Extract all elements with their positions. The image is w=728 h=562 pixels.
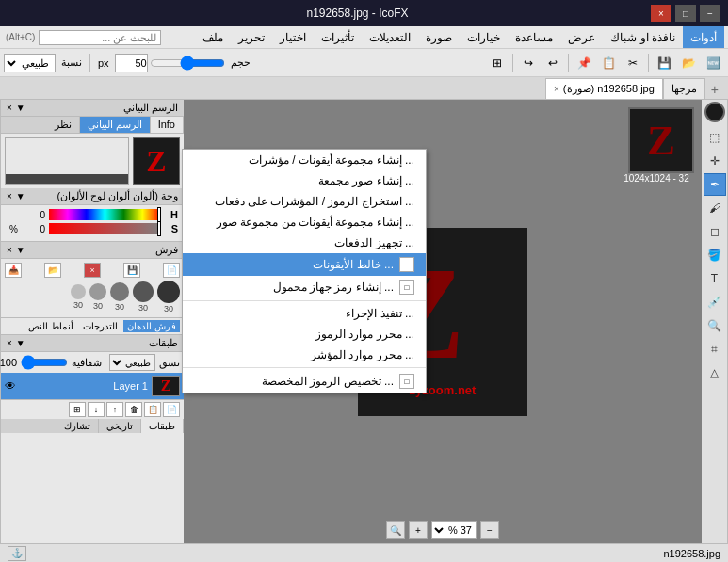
doc-tab-marja[interactable]: مرجها bbox=[663, 78, 705, 99]
brush-tool[interactable]: 🖌 bbox=[704, 197, 726, 219]
brush-item-4[interactable]: 30 bbox=[89, 283, 106, 311]
menu-adjustments[interactable]: التعديلات bbox=[362, 26, 418, 48]
layers-up-btn[interactable]: ↑ bbox=[106, 402, 123, 417]
dropdown-item-extract-batch[interactable]: ... استخراج الرموز / المؤشرات على دفعات bbox=[183, 191, 426, 212]
menu-options[interactable]: خيارات bbox=[460, 26, 508, 48]
zoom-out-button[interactable]: − bbox=[480, 521, 499, 539]
dropdown-item-mobile-icon[interactable]: □ ... إنشاء رمز جهاز محمول bbox=[183, 276, 426, 298]
color-panel-collapse[interactable]: ▼ bbox=[16, 191, 25, 201]
new-tab-button[interactable]: + bbox=[705, 80, 724, 99]
pen-tool[interactable]: ✒ bbox=[704, 173, 726, 196]
brush-folder-btn[interactable]: 📂 bbox=[44, 263, 61, 278]
maximize-button[interactable]: □ bbox=[675, 5, 696, 22]
brush-tab-text[interactable]: أنماط النص bbox=[24, 320, 77, 332]
menu-view[interactable]: عرض bbox=[560, 26, 603, 48]
size-slider[interactable] bbox=[150, 56, 225, 71]
brush-save-btn[interactable]: 💾 bbox=[123, 263, 140, 278]
sat-gradient[interactable] bbox=[49, 223, 161, 234]
brush-add-btn[interactable]: 📄 bbox=[163, 263, 180, 278]
zoom-select[interactable]: 37 % bbox=[431, 521, 477, 539]
undo-button[interactable]: ↩ bbox=[542, 52, 564, 74]
text-tool[interactable]: T bbox=[704, 267, 726, 290]
panel-close-button[interactable]: × bbox=[7, 103, 12, 113]
menu-select[interactable]: اختيار bbox=[272, 26, 314, 48]
grid-button[interactable]: ⊞ bbox=[486, 52, 509, 74]
open-button[interactable]: 📂 bbox=[677, 52, 700, 74]
close-button[interactable]: × bbox=[651, 5, 671, 22]
layers-delete-btn[interactable]: 🗑 bbox=[125, 402, 142, 417]
statusbar-anchor-btn[interactable]: ⚓ bbox=[8, 546, 26, 561]
menu-effects[interactable]: تأثيرات bbox=[314, 26, 362, 48]
menu-file[interactable]: ملف bbox=[195, 26, 231, 48]
titlebar-controls[interactable]: − □ × bbox=[651, 5, 720, 22]
zoom-fit-button[interactable]: 🔍 bbox=[386, 521, 405, 539]
redo-button[interactable]: ↪ bbox=[517, 52, 540, 74]
opacity-slider[interactable] bbox=[21, 355, 68, 370]
panel-collapse-button[interactable]: ▼ bbox=[16, 103, 25, 113]
eyedropper-tool[interactable]: 💉 bbox=[704, 291, 726, 313]
dropdown-item-prepare-batches[interactable]: ... تجهيز الدفعات bbox=[183, 233, 426, 253]
save-button[interactable]: 💾 bbox=[653, 52, 675, 74]
hue-slider-thumb[interactable] bbox=[157, 207, 161, 222]
brush-item-3[interactable]: 30 bbox=[110, 282, 129, 312]
doc-tab-image[interactable]: n192658.jpg (صورة) × bbox=[545, 78, 663, 99]
menu-edit[interactable]: تحرير bbox=[231, 26, 272, 48]
footer-tab-history[interactable]: تاريخي bbox=[99, 419, 141, 433]
brush-import-btn[interactable]: 📥 bbox=[5, 263, 22, 278]
brush-tab-gradient[interactable]: التدرجات bbox=[79, 320, 121, 332]
zoom-tool[interactable]: 🔍 bbox=[704, 314, 726, 337]
tab-view[interactable]: نظر bbox=[47, 117, 80, 133]
menu-tools[interactable]: أدوات bbox=[683, 26, 724, 48]
brush-delete-btn[interactable]: × bbox=[84, 263, 101, 278]
copy-button[interactable]: 📋 bbox=[597, 52, 620, 74]
dropdown-item-create-from-images[interactable]: ... إنشاء مجموعة أيقونات من مجموعة صور bbox=[183, 212, 426, 233]
brush-item-5[interactable]: 30 bbox=[71, 284, 86, 310]
brush-panel-collapse[interactable]: ▼ bbox=[16, 245, 25, 255]
dropdown-item-cursor-resource[interactable]: ... محرر موارد المؤشر bbox=[183, 345, 426, 365]
dropdown-item-create-set[interactable]: ... إنشاء مجموعة أيقونات / مؤشرات bbox=[183, 150, 426, 170]
footer-tab-share[interactable]: تشارك bbox=[57, 419, 99, 433]
foreground-color[interactable] bbox=[704, 102, 725, 122]
brush-panel-close[interactable]: × bbox=[7, 245, 12, 255]
footer-tab-layers[interactable]: طبقات bbox=[141, 419, 184, 433]
tab-histogram[interactable]: الرسم البياني bbox=[80, 117, 151, 133]
hue-gradient[interactable] bbox=[49, 209, 161, 220]
crop-tool[interactable]: ⌗ bbox=[704, 338, 726, 361]
paste-button[interactable]: 📌 bbox=[573, 52, 595, 74]
minimize-button[interactable]: − bbox=[700, 5, 720, 22]
select-tool[interactable]: ⬚ bbox=[704, 126, 726, 149]
layers-panel-collapse[interactable]: ▼ bbox=[16, 338, 25, 348]
brush-item-1[interactable]: 30 bbox=[157, 281, 180, 313]
menu-window[interactable]: نافذة او شباك bbox=[603, 26, 683, 48]
menu-help[interactable]: مساعدة bbox=[508, 26, 560, 48]
search-input[interactable] bbox=[39, 30, 161, 45]
dropdown-item-icon-resource[interactable]: ... محرر موارد الرموز bbox=[183, 324, 426, 345]
brush-tab-paint[interactable]: فرش الدهان bbox=[123, 320, 180, 332]
blend-mode-select[interactable]: طبيعي bbox=[109, 354, 155, 371]
menu-image[interactable]: صورة bbox=[418, 26, 460, 48]
eraser-tool[interactable]: ◻ bbox=[704, 220, 726, 243]
move-tool[interactable]: ✛ bbox=[704, 150, 726, 172]
layers-down-btn[interactable]: ↓ bbox=[88, 402, 105, 417]
shape-tool[interactable]: △ bbox=[704, 361, 726, 384]
layers-duplicate-btn[interactable]: 📋 bbox=[144, 402, 161, 417]
zoom-in-button[interactable]: + bbox=[409, 521, 428, 539]
dropdown-item-icon-mixer[interactable]: □ ... خالط الأيقونات bbox=[183, 253, 426, 276]
layers-panel-close[interactable]: × bbox=[7, 338, 12, 348]
dropdown-item-custom-icons[interactable]: □ ... تخصيص الرموز المخصصة bbox=[183, 367, 426, 393]
sat-slider-thumb[interactable] bbox=[157, 221, 161, 236]
layers-add-btn[interactable]: 📄 bbox=[163, 402, 180, 417]
size-value-input[interactable] bbox=[115, 54, 148, 72]
color-panel-close[interactable]: × bbox=[7, 191, 12, 201]
dropdown-item-batch-images[interactable]: ... إنشاء صور مجمعة bbox=[183, 170, 426, 191]
tab-info[interactable]: Info bbox=[151, 117, 184, 133]
new-button[interactable]: 🆕 bbox=[702, 52, 724, 74]
doc-tab-close-icon[interactable]: × bbox=[554, 84, 559, 94]
layers-merge-btn[interactable]: ⊞ bbox=[69, 402, 86, 417]
layer-row-1[interactable]: Z Layer 1 👁 bbox=[1, 373, 184, 399]
layer-visibility-icon[interactable]: 👁 bbox=[5, 379, 16, 393]
cut-button[interactable]: ✂ bbox=[622, 52, 644, 74]
dropdown-item-run-action[interactable]: ... تنفيذ الإجراء bbox=[183, 300, 426, 324]
ratio-select[interactable]: طبيعي bbox=[4, 54, 56, 72]
fill-tool[interactable]: 🪣 bbox=[704, 244, 726, 266]
